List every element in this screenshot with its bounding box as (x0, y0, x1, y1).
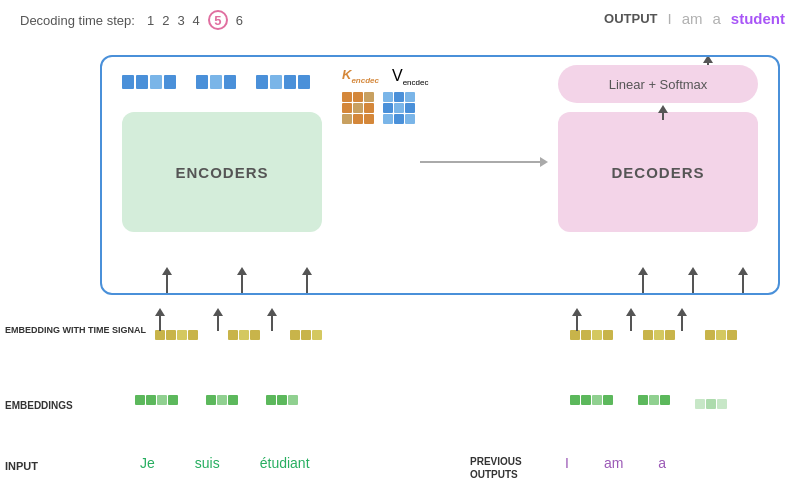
previous-outputs-label: PREVIOUSOUTPUTS (470, 455, 522, 481)
blue-block (298, 75, 310, 89)
output-label: OUTPUT (604, 11, 657, 26)
step-5-active: 5 (208, 10, 228, 30)
dec-embed-col-3 (705, 330, 737, 340)
blue-block (196, 75, 208, 89)
v-label: Vencdec (392, 67, 428, 87)
prev-out-a: a (658, 455, 666, 471)
dec-emb-up-arr-1 (572, 308, 582, 331)
embeddings-label: EMBEDDINGS (5, 400, 73, 411)
blue-block (256, 75, 268, 89)
dec-up-arrow-2 (688, 267, 698, 293)
embedding-time-label: EMBEDDING WITH TIME SIGNAL (5, 325, 146, 337)
k-label: Kencdec (342, 67, 379, 87)
prev-out-I: I (565, 455, 569, 471)
step-3: 3 (177, 13, 184, 28)
enc-embed-col-2 (228, 330, 260, 340)
step-6: 6 (236, 13, 243, 28)
v-blocks (383, 92, 415, 124)
step-2: 2 (162, 13, 169, 28)
blue-block (224, 75, 236, 89)
enc-up-arrow-2 (237, 267, 247, 293)
dec-embed-col-1 (570, 330, 613, 340)
kv-area: Kencdec Vencdec (342, 67, 428, 124)
emb-col-1 (135, 395, 178, 405)
enc-embed-col-3 (290, 330, 322, 340)
kv-labels: Kencdec Vencdec (342, 67, 428, 87)
dec-emb-col-1 (570, 395, 613, 405)
input-word-je: Je (140, 455, 155, 471)
enc-up-arrow-3 (302, 267, 312, 293)
encoders-box: ENCODERS (122, 112, 322, 232)
blue-block (122, 75, 134, 89)
dec-up-arrow-1 (638, 267, 648, 293)
block-group-3 (256, 75, 310, 89)
previous-output-words: I am a (565, 455, 666, 471)
dec-emb-col-2 (638, 395, 670, 405)
blue-block-light (270, 75, 282, 89)
main-diagram-container: Kencdec Vencdec (100, 55, 780, 295)
output-word-I: I (667, 10, 671, 27)
input-word-suis: suis (195, 455, 220, 471)
output-word-a: a (712, 10, 720, 27)
decoders-box: DECODERS (558, 112, 758, 232)
decoding-label: Decoding time step: (20, 13, 135, 28)
enc-embed-col-1 (155, 330, 198, 340)
decoder-embed-time-blocks (570, 330, 737, 340)
block-group-2 (196, 75, 236, 89)
dec-emb-up-arr-3 (677, 308, 687, 331)
emb-up-arr-2 (213, 308, 223, 331)
dec-emb-col-3 (695, 399, 727, 409)
prev-out-am: am (604, 455, 623, 471)
decoder-embedding-blocks (570, 395, 727, 405)
emb-up-arr-1 (155, 308, 165, 331)
dec-embed-col-2 (643, 330, 675, 340)
kv-blocks (342, 92, 415, 124)
step-1: 1 (147, 13, 154, 28)
dec-up-arrow-3 (738, 267, 748, 293)
linear-softmax-label: Linear + Softmax (609, 77, 708, 92)
kv-to-decoder-arrow (420, 157, 548, 167)
step-4: 4 (193, 13, 200, 28)
blue-block-light (210, 75, 222, 89)
dec-emb-up-arr-2 (626, 308, 636, 331)
output-word-student: student (731, 10, 785, 27)
emb-col-3 (266, 395, 298, 405)
blue-block-light (150, 75, 162, 89)
k-blocks (342, 92, 374, 124)
encoders-label: ENCODERS (175, 164, 268, 181)
encoder-embedding-blocks (135, 395, 298, 405)
decoder-to-linear-arrow (658, 105, 668, 120)
linear-softmax-box: Linear + Softmax (558, 65, 758, 103)
output-section: OUTPUT I am a student (604, 10, 785, 27)
blue-block (284, 75, 296, 89)
blue-block (136, 75, 148, 89)
decoders-label: DECODERS (611, 164, 704, 181)
blue-block (164, 75, 176, 89)
emb-col-2 (206, 395, 238, 405)
input-word-etudiant: étudiant (260, 455, 310, 471)
block-group-1 (122, 75, 176, 89)
input-words: Je suis étudiant (140, 455, 310, 471)
enc-up-arrow-1 (162, 267, 172, 293)
output-word-am: am (682, 10, 703, 27)
encoder-input-blocks (122, 75, 310, 89)
encoder-embed-time-blocks (155, 330, 322, 340)
emb-up-arr-3 (267, 308, 277, 331)
input-label: INPUT (5, 460, 38, 472)
